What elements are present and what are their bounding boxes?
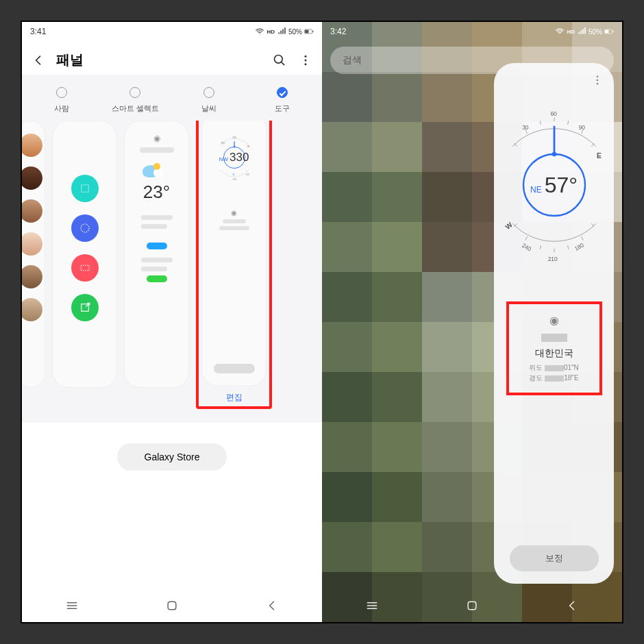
svg-text:210: 210 (547, 256, 557, 262)
svg-line-45 (525, 236, 527, 240)
edit-link[interactable]: 편집 (201, 392, 267, 404)
svg-line-37 (514, 143, 517, 147)
nav-back-button[interactable] (265, 599, 279, 615)
location-pin-icon: ◉ (153, 134, 160, 143)
svg-line-17 (226, 173, 227, 174)
back-icon[interactable] (30, 52, 47, 69)
nav-bar (322, 592, 622, 622)
svg-line-50 (591, 223, 594, 227)
nav-bar (22, 592, 322, 622)
battery-icon (604, 27, 614, 36)
svg-line-49 (581, 236, 583, 240)
svg-rect-62 (468, 602, 476, 610)
svg-point-4 (305, 55, 307, 57)
page-title: 패널 (56, 51, 262, 69)
svg-text:330: 330 (232, 136, 236, 139)
location-placeholder: ◉ (219, 209, 249, 233)
svg-point-34 (597, 75, 599, 77)
svg-line-14 (242, 140, 243, 142)
tab-weather[interactable]: 날씨 (172, 87, 246, 114)
calibrate-button[interactable]: 보정 (510, 545, 599, 571)
svg-rect-32 (605, 30, 608, 34)
panel-tabs: 사람 스마트 셀렉트 날씨 도구 (22, 87, 322, 121)
weather-icon (143, 165, 159, 177)
svg-rect-1 (305, 30, 308, 34)
svg-text:N: N (247, 145, 249, 148)
avatar (22, 298, 42, 321)
highlight-selected: 300330 N 150120 S NW330 ◉ (196, 121, 272, 409)
page-header: 패널 (22, 41, 322, 75)
country-label: 대한민국 (515, 347, 594, 360)
wifi-icon (255, 27, 264, 36)
edge-panel-compass: 30 60 90 E W 240 210 180 NE57° ◉ 대한민국 (494, 63, 614, 584)
status-time: 3:41 (30, 27, 46, 36)
svg-point-5 (305, 59, 307, 61)
status-icons: HD 50% (555, 27, 614, 36)
svg-rect-30 (168, 602, 176, 610)
status-bar: 3:41 HD 50% (22, 22, 322, 41)
oval-select-icon (71, 214, 99, 242)
status-icons: HD 50% (255, 27, 314, 36)
svg-text:300: 300 (221, 142, 224, 145)
avatar (22, 199, 42, 223)
svg-rect-2 (312, 31, 313, 32)
svg-text:240: 240 (521, 242, 532, 253)
panel-card-weather[interactable]: ◉ 23° (124, 121, 189, 388)
compass-widget: 30 60 90 E W 240 210 180 NE57° (503, 96, 606, 274)
compass-widget: 300330 N 150120 S NW330 (208, 131, 261, 184)
battery-icon (304, 27, 314, 36)
signal-icon (277, 27, 286, 36)
svg-point-6 (305, 63, 307, 65)
svg-point-35 (597, 79, 599, 82)
avatar (22, 265, 42, 288)
svg-text:E: E (596, 152, 601, 160)
panel-card-tools[interactable]: 300330 N 150120 S NW330 ◉ (201, 121, 267, 386)
svg-line-41 (567, 121, 568, 125)
more-icon[interactable] (297, 52, 314, 69)
svg-text:120: 120 (245, 173, 249, 176)
svg-text:150: 150 (232, 178, 236, 181)
svg-line-43 (591, 143, 594, 147)
recents-button[interactable] (65, 599, 79, 615)
status-bar: 3:42 HD 50% (322, 22, 622, 41)
home-button[interactable] (165, 599, 179, 615)
svg-line-48 (567, 245, 568, 249)
panel-card-smart-select[interactable] (52, 121, 117, 388)
svg-line-39 (540, 121, 541, 125)
latitude: 위도 01"N (515, 362, 594, 373)
svg-line-20 (245, 169, 246, 171)
longitude: 경도 18"E (515, 373, 594, 383)
svg-text:180: 180 (573, 241, 584, 252)
temperature: 23° (143, 182, 170, 203)
svg-point-36 (597, 83, 599, 85)
galaxy-store-button[interactable]: Galaxy Store (117, 443, 227, 471)
recents-button[interactable] (365, 599, 379, 615)
home-button[interactable] (465, 599, 479, 615)
svg-point-8 (81, 224, 89, 232)
location-pin-icon: ◉ (515, 314, 594, 327)
rect-select-icon (71, 175, 99, 202)
more-icon[interactable] (589, 74, 606, 89)
tab-smart-select[interactable]: 스마트 셀렉트 (99, 87, 173, 114)
svg-rect-33 (612, 31, 613, 32)
panel-card-people[interactable] (22, 121, 45, 388)
wifi-icon (555, 27, 565, 36)
gif-icon (71, 254, 99, 282)
svg-line-46 (540, 245, 541, 249)
pin-icon (71, 294, 99, 321)
location-info-highlight: ◉ 대한민국 위도 01"N 경도 18"E (506, 301, 602, 395)
svg-line-16 (222, 169, 223, 171)
tab-people[interactable]: 사람 (25, 87, 99, 114)
search-icon[interactable] (271, 52, 288, 69)
svg-text:90: 90 (578, 124, 585, 131)
avatar (22, 232, 42, 256)
svg-text:60: 60 (550, 110, 557, 117)
svg-line-44 (514, 223, 517, 227)
avatar (22, 166, 42, 190)
nav-back-button[interactable] (565, 599, 579, 615)
svg-line-15 (245, 144, 246, 145)
tab-tools[interactable]: 도구 (246, 87, 320, 114)
svg-line-19 (242, 173, 243, 174)
svg-point-61 (552, 152, 556, 157)
svg-rect-9 (81, 265, 89, 271)
